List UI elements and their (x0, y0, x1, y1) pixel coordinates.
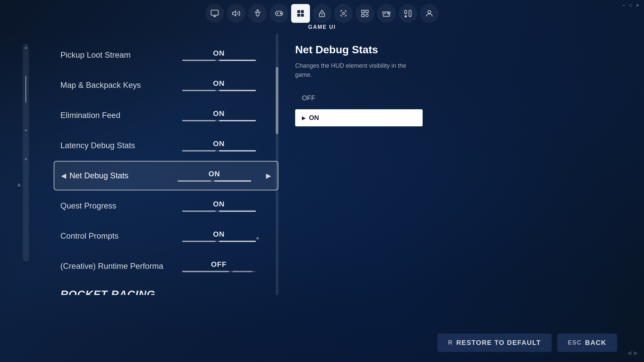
pickup-loot-bar-right (219, 60, 256, 61)
control-prompts-value: ON (213, 230, 225, 239)
quest-progress-control: ON (166, 200, 272, 212)
creative-runtime-value: OFF (211, 260, 227, 269)
nav-broadcast[interactable] (334, 4, 353, 23)
restore-icon: R (448, 339, 453, 346)
detail-title: Net Debug Stats (295, 44, 423, 56)
creative-runtime-bar-fill (182, 271, 229, 272)
nav-account[interactable] (420, 4, 439, 23)
latency-debug-label: Latency Debug Stats (60, 141, 166, 150)
scrollbar[interactable] (276, 34, 278, 295)
options-list: OFF ▶ ON (295, 89, 423, 126)
map-backpack-label: Map & Backpack Keys (60, 80, 166, 90)
window-chrome: ─ □ ✕ (617, 0, 644, 11)
svg-point-9 (281, 13, 281, 14)
control-prompts-label: Control Prompts (60, 231, 166, 241)
option-off-label: OFF (302, 94, 315, 102)
nav-apps[interactable] (398, 4, 417, 23)
quest-progress-bar-fill (182, 210, 216, 212)
quest-progress-bar (182, 210, 256, 212)
restore-label: RESTORE TO DEFAULT (456, 339, 541, 347)
nav-social[interactable] (356, 4, 374, 23)
scrollbar-thumb[interactable] (276, 67, 278, 134)
option-on-label: ON (309, 114, 319, 122)
elimination-feed-bar-fill (182, 120, 216, 121)
net-debug-bar-right (214, 180, 251, 182)
elimination-feed-control: ON (166, 109, 272, 121)
minimize-button[interactable]: ─ (621, 3, 627, 8)
net-debug-arrow-right[interactable]: ▶ (266, 172, 271, 180)
rocket-racing-header: ROCKET RACING (54, 282, 278, 295)
nav-touch[interactable] (313, 4, 331, 23)
creative-runtime-bar-right (232, 271, 253, 272)
option-off[interactable]: OFF (295, 89, 423, 107)
elimination-feed-bar-right (219, 120, 256, 121)
latency-debug-bar (182, 150, 256, 152)
side-scroll-arrow: ▲ (16, 181, 22, 188)
pickup-loot-bar (182, 60, 256, 61)
scroll-up-arrow: ▲ (255, 235, 260, 241)
quest-progress-bar-right (219, 210, 256, 212)
setting-net-debug[interactable]: ◀ Net Debug Stats ON ▶ (54, 161, 278, 190)
back-button[interactable]: ESC BACK (557, 334, 617, 352)
nav-accessibility[interactable] (248, 4, 267, 23)
control-prompts-bar-right (219, 241, 256, 242)
net-debug-bar (177, 180, 251, 182)
latency-debug-bar-fill (182, 150, 216, 152)
svg-rect-10 (297, 10, 300, 13)
indicator-dot-2 (25, 129, 27, 131)
elimination-feed-bar (182, 120, 256, 121)
nav-gamepad[interactable] (377, 4, 396, 23)
bottom-scroll-indicator: ◀ ▶ (627, 350, 638, 356)
latency-debug-value: ON (213, 139, 225, 148)
creative-runtime-label: (Creative) Runtime Performa (60, 261, 166, 271)
setting-latency-debug[interactable]: Latency Debug Stats ON (54, 131, 278, 160)
net-debug-value: ON (209, 170, 220, 178)
svg-rect-12 (297, 14, 300, 17)
map-backpack-control: ON (166, 79, 272, 91)
svg-rect-13 (301, 14, 304, 17)
detail-panel: Net Debug Stats Changes the HUD element … (288, 37, 429, 133)
indicator-dot-1 (25, 47, 27, 49)
nav-display[interactable] (205, 4, 224, 23)
creative-runtime-bar (182, 271, 256, 272)
setting-control-prompts[interactable]: Control Prompts ON (54, 221, 278, 251)
quest-progress-label: Quest Progress (60, 201, 166, 210)
nav-gameui[interactable] (291, 4, 310, 23)
nav-audio[interactable] (227, 4, 246, 23)
pickup-loot-label: Pickup Loot Stream (60, 50, 166, 60)
map-backpack-value: ON (213, 79, 225, 88)
top-navigation (199, 0, 445, 27)
pickup-loot-value: ON (213, 49, 225, 58)
svg-rect-11 (301, 10, 304, 13)
option-on-arrow: ▶ (302, 115, 306, 121)
svg-point-21 (428, 10, 431, 13)
net-debug-arrow-left[interactable]: ◀ (61, 172, 66, 180)
quest-progress-value: ON (213, 200, 225, 208)
pickup-loot-control: ON (166, 49, 272, 61)
map-backpack-bar (182, 90, 256, 91)
latency-debug-control: ON (166, 139, 272, 152)
svg-rect-18 (362, 14, 364, 17)
setting-creative-runtime[interactable]: (Creative) Runtime Performa OFF (54, 251, 278, 281)
detail-description: Changes the HUD element visibility in th… (295, 61, 423, 79)
svg-rect-17 (366, 10, 368, 13)
settings-list: Pickup Loot Stream ON Map & Backpack Key… (54, 34, 278, 295)
setting-quest-progress[interactable]: Quest Progress ON (54, 191, 278, 221)
nav-controller[interactable] (270, 4, 288, 23)
settings-panel: Pickup Loot Stream ON Map & Backpack Key… (54, 34, 278, 295)
scroll-left-icon: ◀ (627, 350, 631, 356)
close-button[interactable]: ✕ (635, 3, 640, 8)
restore-default-button[interactable]: R RESTORE TO DEFAULT (437, 334, 552, 352)
setting-map-backpack[interactable]: Map & Backpack Keys ON (54, 70, 278, 100)
maximize-button[interactable]: □ (628, 3, 633, 8)
svg-marker-3 (232, 11, 236, 16)
setting-elimination-feed[interactable]: Elimination Feed ON (54, 101, 278, 130)
option-on[interactable]: ▶ ON (295, 109, 423, 126)
svg-point-15 (342, 12, 345, 15)
bottom-actions: R RESTORE TO DEFAULT ESC BACK (437, 334, 617, 352)
setting-pickup-loot[interactable]: Pickup Loot Stream ON (54, 40, 278, 70)
latency-debug-bar-right (219, 150, 256, 152)
svg-point-20 (388, 13, 389, 14)
map-backpack-bar-fill (182, 90, 216, 91)
elimination-feed-value: ON (213, 109, 225, 118)
